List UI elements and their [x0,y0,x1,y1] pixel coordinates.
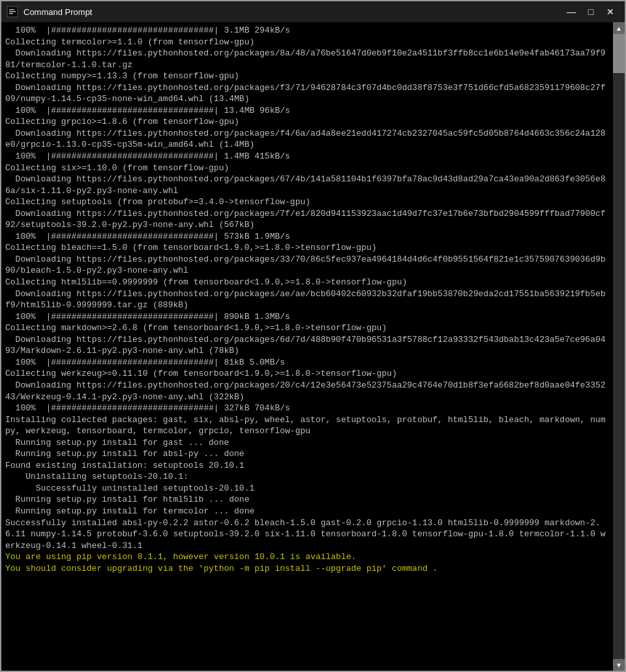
scrollbar-track[interactable] [613,34,625,659]
scrollbar[interactable]: ▲ ▼ [613,22,625,671]
terminal-line: 100% |################################| … [5,232,290,241]
scrollbar-thumb[interactable] [613,34,625,73]
terminal-line: 100% |################################| … [5,312,290,322]
terminal-line: Uninstalling setuptools-20.10.1: [5,472,188,481]
terminal-line: Collecting werkzeug>=0.11.10 (from tenso… [5,369,397,378]
terminal-line: Running setup.py install for html5lib ..… [5,495,249,504]
terminal-line: Installing collected packages: gast, six… [5,415,606,436]
terminal-output[interactable]: 100% |################################| … [1,22,613,671]
terminal-line: Running setup.py install for absl-py ...… [5,449,245,459]
svg-rect-2 [9,11,16,12]
terminal-line: Running setup.py install for termcolor .… [5,506,254,516]
terminal-line: Collecting html5lib==0.9999999 (from ten… [5,277,407,287]
terminal-line: Successfully uninstalled setuptools-20.1… [5,483,254,493]
terminal-line: 100% |################################| … [5,25,290,35]
window-controls: — □ ✕ [562,5,619,19]
minimize-button[interactable]: — [562,5,580,19]
terminal-line: Found existing installation: setuptools … [5,461,245,470]
terminal-line: Downloading https://files.pythonhosted.o… [5,83,606,104]
terminal-line: Running setup.py install for gast ... do… [5,438,229,448]
scroll-up-button[interactable]: ▲ [613,22,625,34]
terminal-line: 100% |################################| … [5,403,290,413]
terminal-line: 100% |################################| … [5,151,290,161]
terminal-line: Downloading https://files.pythonhosted.o… [5,380,606,402]
content-area: 100% |################################| … [1,22,625,671]
terminal-line: Collecting termcolor>=1.1.0 (from tensor… [5,37,254,47]
window-icon [7,6,18,18]
terminal-line: Successfully installed absl-py-0.2.2 ast… [5,518,606,551]
scroll-down-button[interactable]: ▼ [613,659,625,671]
svg-rect-3 [9,13,13,14]
command-prompt-window: Command Prompt — □ ✕ 100% |#############… [0,0,626,672]
terminal-line: Downloading https://files.pythonhosted.o… [5,209,606,230]
terminal-line: Downloading https://files.pythonhosted.o… [5,174,606,196]
terminal-line: Downloading https://files.pythonhosted.o… [5,289,606,311]
terminal-line: 100% |################################| … [5,106,290,115]
svg-rect-1 [9,9,14,10]
title-bar: Command Prompt — □ ✕ [1,1,625,22]
terminal-line: Collecting markdown>=2.6.8 (from tensorb… [5,323,387,333]
terminal-line: Collecting setuptools (from protobuf>=3.… [5,197,310,207]
maximize-button[interactable]: □ [582,5,600,19]
terminal-line: Downloading https://files.pythonhosted.o… [5,129,606,150]
terminal-line: Downloading https://files.pythonhosted.o… [5,48,606,70]
terminal-line: You should consider upgrading via the 'p… [5,564,438,573]
close-button[interactable]: ✕ [601,5,619,19]
terminal-line: Collecting grpcio>=1.8.6 (from tensorflo… [5,117,239,127]
terminal-line: Downloading https://files.pythonhosted.o… [5,335,606,356]
window-title: Command Prompt [23,7,562,17]
terminal-line: Collecting bleach==1.5.0 (from tensorboa… [5,243,377,252]
terminal-line: You are using pip version 8.1.1, however… [5,552,356,562]
terminal-line: Collecting numpy>=1.13.3 (from tensorflo… [5,71,239,81]
terminal-line: Collecting six>=1.10.0 (from tensorflow-… [5,163,229,173]
terminal-line: 100% |################################| … [5,358,285,367]
terminal-line: Downloading https://files.pythonhosted.o… [5,254,606,276]
